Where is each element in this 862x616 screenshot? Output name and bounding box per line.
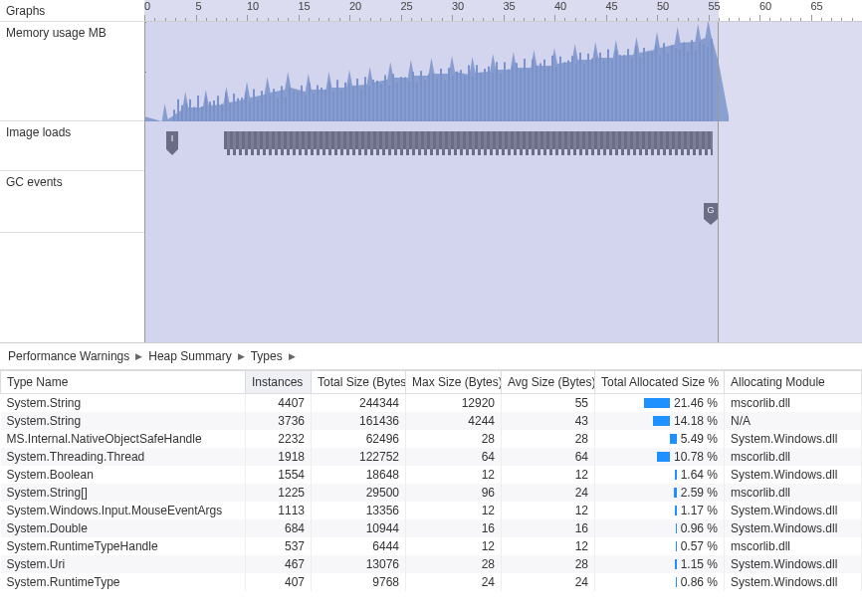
column-header[interactable]: Total Size (Bytes): [312, 371, 406, 394]
column-header[interactable]: Instances: [246, 371, 312, 394]
max-size-cell: 12: [406, 502, 502, 519]
module-cell: N/A: [725, 412, 862, 430]
instances-cell: 3736: [246, 412, 312, 430]
module-cell: System.Windows.dll: [725, 555, 862, 573]
column-header[interactable]: Total Allocated Size %: [595, 371, 725, 394]
table-row[interactable]: System.String373616143642444314.18 %N/A: [1, 412, 862, 430]
module-cell: mscorlib.dll: [725, 394, 862, 413]
max-size-cell: 28: [406, 430, 502, 448]
type-name-cell: System.Double: [1, 519, 246, 537]
type-name-cell: System.RuntimeTypeHandle: [1, 537, 246, 555]
type-name-cell: System.String: [1, 394, 246, 413]
breadcrumb-item[interactable]: Performance Warnings: [8, 349, 129, 363]
graph-labels-column: Graphs Memory usage MB Image loads GC ev…: [0, 0, 144, 342]
max-size-cell: 12: [406, 537, 502, 555]
max-size-cell: 24: [406, 573, 502, 591]
ruler-tick: 10: [247, 0, 259, 12]
table-row[interactable]: System.String[]12252950096242.59 %mscorl…: [1, 484, 862, 502]
total-size-cell: 6444: [312, 537, 406, 555]
column-header[interactable]: Avg Size (Bytes): [502, 371, 595, 394]
ruler-tick: 30: [452, 0, 464, 12]
avg-size-cell: 64: [502, 448, 595, 466]
instances-cell: 1918: [246, 448, 312, 466]
table-header-row: Type NameInstancesTotal Size (Bytes)Max …: [1, 371, 862, 394]
table-row[interactable]: System.Boolean15541864812121.64 %System.…: [1, 466, 862, 484]
empty-track: [144, 233, 862, 342]
avg-size-cell: 24: [502, 573, 595, 591]
image-loads-track[interactable]: I: [144, 121, 862, 171]
breadcrumb-item[interactable]: Types: [251, 349, 283, 363]
instances-cell: 1554: [246, 466, 312, 484]
image-loads-label: Image loads: [0, 121, 144, 171]
avg-size-cell: 55: [502, 394, 595, 413]
max-size-cell: 4244: [406, 412, 502, 430]
table-row[interactable]: System.Windows.Input.MouseEventArgs11131…: [1, 502, 862, 519]
graph-timeline-area[interactable]: 0510152025303540455055606570 050100 I G: [144, 0, 862, 342]
avg-size-cell: 28: [502, 555, 595, 573]
chevron-right-icon: ▶: [238, 351, 245, 361]
pct-cell: 21.46 %: [595, 394, 725, 413]
breadcrumb-item[interactable]: Heap Summary: [148, 349, 231, 363]
image-load-dense-track: [224, 131, 713, 149]
avg-size-cell: 24: [502, 484, 595, 502]
table-row[interactable]: System.Uri4671307628281.15 %System.Windo…: [1, 555, 862, 573]
table-row[interactable]: System.RuntimeType407976824240.86 %Syste…: [1, 573, 862, 591]
max-size-cell: 16: [406, 519, 502, 537]
type-name-cell: System.Uri: [1, 555, 246, 573]
table-body: System.String4407244344129205521.46 %msc…: [1, 394, 862, 592]
table-row[interactable]: System.String4407244344129205521.46 %msc…: [1, 394, 862, 413]
ruler-tick: 15: [299, 0, 311, 12]
instances-cell: 1113: [246, 502, 312, 519]
type-name-cell: MS.Internal.NativeObjectSafeHandle: [1, 430, 246, 448]
ruler-tick: 25: [401, 0, 413, 12]
ruler-tick: 60: [759, 0, 771, 12]
module-cell: System.Windows.dll: [725, 519, 862, 537]
graphs-panel: Graphs Memory usage MB Image loads GC ev…: [0, 0, 862, 343]
memory-chart[interactable]: 050100: [144, 22, 862, 121]
total-size-cell: 29500: [312, 484, 406, 502]
avg-size-cell: 12: [502, 502, 595, 519]
table-row[interactable]: System.RuntimeTypeHandle537644412120.57 …: [1, 537, 862, 555]
table-row[interactable]: System.Double6841094416160.96 %System.Wi…: [1, 519, 862, 537]
total-size-cell: 122752: [312, 448, 406, 466]
module-cell: mscorlib.dll: [725, 484, 862, 502]
total-size-cell: 244344: [312, 394, 406, 413]
avg-size-cell: 28: [502, 430, 595, 448]
type-name-cell: System.RuntimeType: [1, 573, 246, 591]
instances-cell: 1225: [246, 484, 312, 502]
gc-events-track[interactable]: G: [144, 171, 862, 233]
time-ruler[interactable]: 0510152025303540455055606570: [144, 0, 862, 22]
type-name-cell: System.String[]: [1, 484, 246, 502]
column-header[interactable]: Max Size (Bytes): [406, 371, 502, 394]
total-size-cell: 161436: [312, 412, 406, 430]
max-size-cell: 28: [406, 555, 502, 573]
ruler-tick: 45: [606, 0, 618, 12]
graphs-header-label: Graphs: [0, 0, 144, 22]
module-cell: mscorlib.dll: [725, 448, 862, 466]
table-row[interactable]: System.Threading.Thread1918122752646410.…: [1, 448, 862, 466]
types-table: Type NameInstancesTotal Size (Bytes)Max …: [0, 370, 862, 591]
column-header[interactable]: Allocating Module: [725, 371, 862, 394]
ruler-tick: 55: [709, 0, 721, 12]
pct-cell: 2.59 %: [595, 484, 725, 502]
pct-cell: 14.18 %: [595, 412, 725, 430]
pct-cell: 1.64 %: [595, 466, 725, 484]
ruler-tick: 50: [657, 0, 669, 12]
instances-cell: 2232: [246, 430, 312, 448]
gc-event-marker: G: [704, 203, 718, 219]
total-size-cell: 13356: [312, 502, 406, 519]
module-cell: System.Windows.dll: [725, 573, 862, 591]
gc-events-label: GC events: [0, 171, 144, 233]
max-size-cell: 64: [406, 448, 502, 466]
avg-size-cell: 12: [502, 466, 595, 484]
chevron-right-icon: ▶: [135, 351, 142, 361]
max-size-cell: 12920: [406, 394, 502, 413]
ruler-tick: 20: [349, 0, 361, 12]
breadcrumb: Performance Warnings▶Heap Summary▶Types▶: [0, 343, 862, 370]
ruler-tick: 65: [811, 0, 823, 12]
module-cell: System.Windows.dll: [725, 502, 862, 519]
table-row[interactable]: MS.Internal.NativeObjectSafeHandle223262…: [1, 430, 862, 448]
module-cell: System.Windows.dll: [725, 430, 862, 448]
image-load-marker: I: [166, 131, 178, 149]
column-header[interactable]: Type Name: [1, 371, 246, 394]
